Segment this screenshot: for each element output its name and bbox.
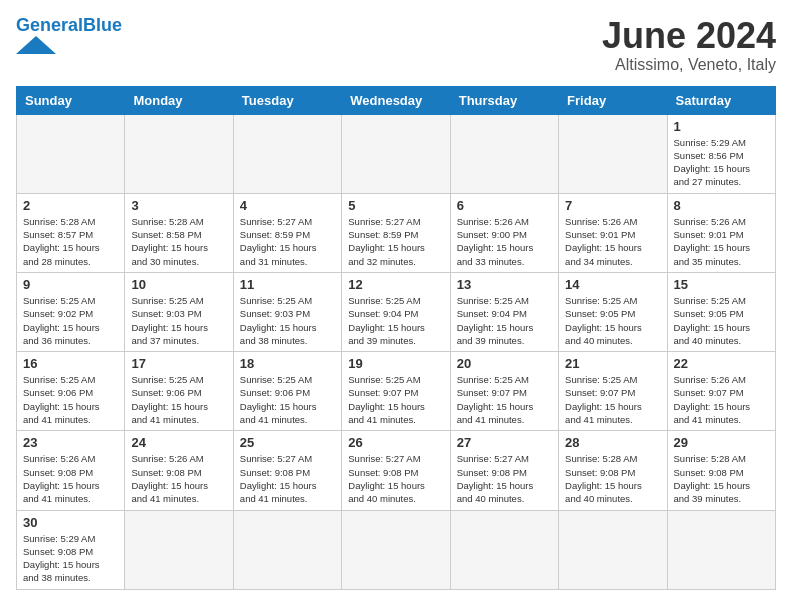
day-number: 24 [131, 435, 226, 450]
day-info: Sunrise: 5:25 AM Sunset: 9:04 PM Dayligh… [348, 294, 443, 347]
day-info: Sunrise: 5:25 AM Sunset: 9:04 PM Dayligh… [457, 294, 552, 347]
day-info: Sunrise: 5:25 AM Sunset: 9:05 PM Dayligh… [674, 294, 769, 347]
calendar-cell: 13Sunrise: 5:25 AM Sunset: 9:04 PM Dayli… [450, 272, 558, 351]
calendar-cell: 6Sunrise: 5:26 AM Sunset: 9:00 PM Daylig… [450, 193, 558, 272]
day-info: Sunrise: 5:27 AM Sunset: 9:08 PM Dayligh… [457, 452, 552, 505]
day-info: Sunrise: 5:28 AM Sunset: 9:08 PM Dayligh… [674, 452, 769, 505]
day-info: Sunrise: 5:25 AM Sunset: 9:02 PM Dayligh… [23, 294, 118, 347]
calendar-cell [342, 114, 450, 193]
calendar-cell: 7Sunrise: 5:26 AM Sunset: 9:01 PM Daylig… [559, 193, 667, 272]
weekday-header-sunday: Sunday [17, 86, 125, 114]
calendar-cell: 17Sunrise: 5:25 AM Sunset: 9:06 PM Dayli… [125, 352, 233, 431]
weekday-header-wednesday: Wednesday [342, 86, 450, 114]
calendar-table: SundayMondayTuesdayWednesdayThursdayFrid… [16, 86, 776, 590]
calendar-week-row: 30Sunrise: 5:29 AM Sunset: 9:08 PM Dayli… [17, 510, 776, 589]
calendar-cell [233, 114, 341, 193]
calendar-cell: 21Sunrise: 5:25 AM Sunset: 9:07 PM Dayli… [559, 352, 667, 431]
month-title: June 2024 [602, 16, 776, 56]
day-info: Sunrise: 5:27 AM Sunset: 8:59 PM Dayligh… [348, 215, 443, 268]
calendar-cell: 11Sunrise: 5:25 AM Sunset: 9:03 PM Dayli… [233, 272, 341, 351]
day-number: 17 [131, 356, 226, 371]
calendar-cell: 28Sunrise: 5:28 AM Sunset: 9:08 PM Dayli… [559, 431, 667, 510]
svg-marker-0 [16, 36, 56, 54]
day-info: Sunrise: 5:25 AM Sunset: 9:06 PM Dayligh… [23, 373, 118, 426]
title-area: June 2024 Altissimo, Veneto, Italy [602, 16, 776, 74]
calendar-cell: 24Sunrise: 5:26 AM Sunset: 9:08 PM Dayli… [125, 431, 233, 510]
day-number: 1 [674, 119, 769, 134]
weekday-header-friday: Friday [559, 86, 667, 114]
day-info: Sunrise: 5:27 AM Sunset: 9:08 PM Dayligh… [348, 452, 443, 505]
logo-blue: Blue [83, 15, 122, 35]
day-number: 30 [23, 515, 118, 530]
calendar-cell [125, 510, 233, 589]
day-info: Sunrise: 5:26 AM Sunset: 9:01 PM Dayligh… [565, 215, 660, 268]
calendar-cell: 15Sunrise: 5:25 AM Sunset: 9:05 PM Dayli… [667, 272, 775, 351]
day-info: Sunrise: 5:27 AM Sunset: 9:08 PM Dayligh… [240, 452, 335, 505]
day-number: 23 [23, 435, 118, 450]
day-number: 19 [348, 356, 443, 371]
calendar-week-row: 16Sunrise: 5:25 AM Sunset: 9:06 PM Dayli… [17, 352, 776, 431]
calendar-cell: 12Sunrise: 5:25 AM Sunset: 9:04 PM Dayli… [342, 272, 450, 351]
day-info: Sunrise: 5:25 AM Sunset: 9:05 PM Dayligh… [565, 294, 660, 347]
day-number: 8 [674, 198, 769, 213]
calendar-cell: 19Sunrise: 5:25 AM Sunset: 9:07 PM Dayli… [342, 352, 450, 431]
day-info: Sunrise: 5:27 AM Sunset: 8:59 PM Dayligh… [240, 215, 335, 268]
calendar-cell: 9Sunrise: 5:25 AM Sunset: 9:02 PM Daylig… [17, 272, 125, 351]
calendar-week-row: 2Sunrise: 5:28 AM Sunset: 8:57 PM Daylig… [17, 193, 776, 272]
day-number: 9 [23, 277, 118, 292]
day-info: Sunrise: 5:25 AM Sunset: 9:06 PM Dayligh… [240, 373, 335, 426]
day-info: Sunrise: 5:29 AM Sunset: 8:56 PM Dayligh… [674, 136, 769, 189]
day-number: 28 [565, 435, 660, 450]
day-info: Sunrise: 5:25 AM Sunset: 9:03 PM Dayligh… [240, 294, 335, 347]
calendar-cell: 20Sunrise: 5:25 AM Sunset: 9:07 PM Dayli… [450, 352, 558, 431]
calendar-cell: 8Sunrise: 5:26 AM Sunset: 9:01 PM Daylig… [667, 193, 775, 272]
day-number: 16 [23, 356, 118, 371]
day-number: 20 [457, 356, 552, 371]
day-number: 14 [565, 277, 660, 292]
day-info: Sunrise: 5:28 AM Sunset: 9:08 PM Dayligh… [565, 452, 660, 505]
calendar-cell: 26Sunrise: 5:27 AM Sunset: 9:08 PM Dayli… [342, 431, 450, 510]
calendar-cell: 25Sunrise: 5:27 AM Sunset: 9:08 PM Dayli… [233, 431, 341, 510]
logo: GeneralBlue [16, 16, 122, 54]
calendar-cell [233, 510, 341, 589]
weekday-header-thursday: Thursday [450, 86, 558, 114]
day-info: Sunrise: 5:26 AM Sunset: 9:08 PM Dayligh… [131, 452, 226, 505]
calendar-week-row: 1Sunrise: 5:29 AM Sunset: 8:56 PM Daylig… [17, 114, 776, 193]
calendar-cell: 2Sunrise: 5:28 AM Sunset: 8:57 PM Daylig… [17, 193, 125, 272]
calendar-cell [667, 510, 775, 589]
calendar-cell [17, 114, 125, 193]
calendar-cell [450, 510, 558, 589]
day-number: 25 [240, 435, 335, 450]
calendar-week-row: 23Sunrise: 5:26 AM Sunset: 9:08 PM Dayli… [17, 431, 776, 510]
calendar-cell: 23Sunrise: 5:26 AM Sunset: 9:08 PM Dayli… [17, 431, 125, 510]
day-number: 18 [240, 356, 335, 371]
calendar-cell: 30Sunrise: 5:29 AM Sunset: 9:08 PM Dayli… [17, 510, 125, 589]
calendar-cell [559, 510, 667, 589]
day-number: 7 [565, 198, 660, 213]
day-number: 27 [457, 435, 552, 450]
day-number: 5 [348, 198, 443, 213]
day-info: Sunrise: 5:28 AM Sunset: 8:57 PM Dayligh… [23, 215, 118, 268]
calendar-cell [125, 114, 233, 193]
day-number: 21 [565, 356, 660, 371]
weekday-header-tuesday: Tuesday [233, 86, 341, 114]
day-number: 13 [457, 277, 552, 292]
calendar-cell: 14Sunrise: 5:25 AM Sunset: 9:05 PM Dayli… [559, 272, 667, 351]
logo-general: General [16, 15, 83, 35]
weekday-header-row: SundayMondayTuesdayWednesdayThursdayFrid… [17, 86, 776, 114]
logo-text: GeneralBlue [16, 16, 122, 34]
calendar-cell: 29Sunrise: 5:28 AM Sunset: 9:08 PM Dayli… [667, 431, 775, 510]
day-number: 6 [457, 198, 552, 213]
calendar-cell: 16Sunrise: 5:25 AM Sunset: 9:06 PM Dayli… [17, 352, 125, 431]
day-number: 10 [131, 277, 226, 292]
location-title: Altissimo, Veneto, Italy [602, 56, 776, 74]
logo-icon [16, 36, 56, 54]
calendar-cell: 18Sunrise: 5:25 AM Sunset: 9:06 PM Dayli… [233, 352, 341, 431]
page-header: GeneralBlue June 2024 Altissimo, Veneto,… [16, 16, 776, 74]
weekday-header-saturday: Saturday [667, 86, 775, 114]
day-info: Sunrise: 5:28 AM Sunset: 8:58 PM Dayligh… [131, 215, 226, 268]
day-number: 22 [674, 356, 769, 371]
day-info: Sunrise: 5:25 AM Sunset: 9:07 PM Dayligh… [348, 373, 443, 426]
day-info: Sunrise: 5:26 AM Sunset: 9:00 PM Dayligh… [457, 215, 552, 268]
day-info: Sunrise: 5:25 AM Sunset: 9:03 PM Dayligh… [131, 294, 226, 347]
